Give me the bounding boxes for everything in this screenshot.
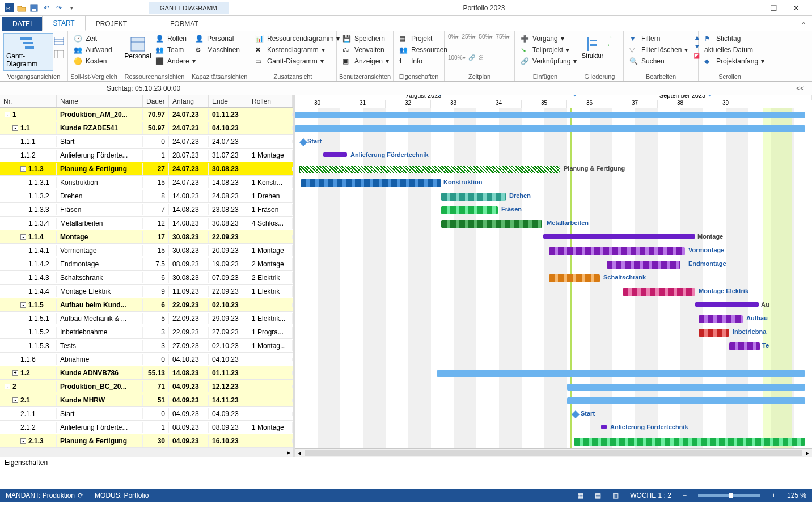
col-header-rollen[interactable]: Rollen (248, 95, 293, 107)
table-row[interactable]: 1.1.5.2Inbetriebnahme322.09.2327.09.231 … (0, 325, 293, 339)
kosten-button[interactable]: 🟡Kosten (71, 56, 115, 66)
table-row[interactable]: -1.1.3Planung & Fertigung2724.07.2330.08… (0, 162, 293, 176)
personal-big-button[interactable]: Personal (124, 33, 152, 63)
vorgang-button[interactable]: ➕Vorgang ▾ (518, 33, 579, 44)
gantt-row[interactable]: Vormontage (295, 244, 812, 258)
expand-icon[interactable]: - (12, 397, 18, 403)
gantt-row[interactable]: Planung & Fertigung (295, 163, 812, 176)
verknuepfung-button[interactable]: 🔗Verknüpfung ▾ (518, 56, 579, 66)
table-row[interactable]: 1.1.3.1Konstruktion1524.07.2314.08.231 K… (0, 176, 293, 189)
table-row[interactable]: 1.1.6Abnahme004.10.2304.10.23 (0, 353, 293, 366)
table-row[interactable]: -1Produktion_AM_20...70.9724.07.2301.11.… (0, 108, 293, 121)
close-button[interactable]: ✕ (785, 3, 807, 12)
projekt-prop-button[interactable]: ▤Projekt (397, 33, 450, 44)
zoom-in-icon[interactable]: + (772, 491, 776, 499)
expand-icon[interactable]: - (20, 166, 26, 172)
zoom-slider[interactable] (698, 494, 760, 497)
gantt-bar[interactable] (301, 179, 441, 187)
expand-icon[interactable]: - (12, 125, 18, 131)
gantt-row[interactable]: Anlieferung Fördertechnik (295, 149, 812, 163)
stichtag-button[interactable]: ⚑Stichtag (702, 33, 767, 44)
zeit-button[interactable]: 🕑Zeit (71, 33, 115, 44)
col-header-dauer[interactable]: Dauer (143, 95, 169, 107)
gantt-row[interactable] (295, 122, 812, 135)
struktur-button[interactable]: Struktur (580, 33, 606, 62)
link-icon[interactable]: 🔗 (468, 54, 475, 61)
personal-cap-button[interactable]: 👤Personal (193, 33, 242, 44)
view-icon-1[interactable]: ▦ (577, 491, 583, 499)
verwalten-button[interactable]: 🗂Verwalten (340, 45, 391, 55)
list-view-icon[interactable] (54, 50, 64, 58)
expand-icon[interactable]: - (5, 112, 10, 117)
col-header-anfang[interactable]: Anfang (169, 95, 209, 107)
gantt-bar[interactable] (574, 438, 805, 446)
view-icon-2[interactable]: ▤ (595, 491, 601, 499)
maximize-button[interactable]: ☐ (762, 3, 785, 12)
gantt-row[interactable]: Inbetriebna (295, 326, 812, 340)
maschinen-button[interactable]: ⚙Maschinen (193, 45, 242, 55)
teilprojekt-button[interactable]: ↘Teilprojekt ▾ (518, 45, 579, 55)
gantt-bar[interactable] (441, 220, 542, 228)
view-icon-3[interactable]: ▥ (612, 491, 619, 499)
gantt-row[interactable]: Te (295, 340, 812, 353)
tab-format[interactable]: FORMAT (160, 17, 209, 31)
minimize-button[interactable]: — (739, 3, 762, 12)
expand-icon[interactable]: - (20, 438, 26, 444)
qat-customize-icon[interactable]: ▾ (67, 3, 76, 12)
table-row[interactable]: 1.1.1Start024.07.2324.07.23 (0, 135, 293, 149)
unlink-icon[interactable]: ⛓ (478, 54, 484, 61)
gantt-bar[interactable] (699, 329, 729, 337)
gantt-bar[interactable] (441, 206, 498, 214)
undo-icon[interactable]: ↶ (42, 3, 51, 12)
table-row[interactable]: +1.2Kunde ADNVB78655.1314.08.2301.11.23 (0, 366, 293, 380)
expand-icon[interactable]: - (5, 384, 10, 389)
refresh-icon[interactable]: ⟳ (78, 491, 83, 499)
gantt-row[interactable]: Schaltschrank (295, 272, 812, 285)
indent-icon[interactable]: → (607, 33, 613, 40)
gantt-bar[interactable] (567, 397, 805, 404)
gantt-row[interactable]: Start (295, 135, 812, 149)
table-row[interactable]: 1.1.4.4Montage Elektrik911.09.2322.09.23… (0, 285, 293, 298)
table-row[interactable]: 2.1.2Anlieferung Förderte...108.09.2308.… (0, 421, 293, 434)
gantt-bar[interactable] (623, 288, 695, 296)
tab-projekt[interactable]: PROJEKT (86, 17, 137, 31)
table-row[interactable]: 1.1.2Anlieferung Förderte...128.07.2331.… (0, 149, 293, 162)
grid-scroll-right-icon[interactable]: ▸ (284, 448, 293, 457)
tab-start[interactable]: START (42, 16, 85, 31)
gantt-zusatz-button[interactable]: ▭Gantt-Diagramm ▾ (253, 56, 342, 66)
suchen-button[interactable]: 🔍Suchen (627, 56, 690, 66)
gantt-row[interactable]: Montage Elektrik (295, 285, 812, 299)
milestone-diamond[interactable] (572, 410, 580, 418)
zoom-out-icon[interactable]: − (683, 491, 687, 499)
table-row[interactable]: -2Produktion_BC_20...7104.09.2312.12.23 (0, 380, 293, 393)
expand-icon[interactable]: - (20, 234, 26, 240)
gantt-row[interactable]: Metallarbeiten (295, 217, 812, 231)
table-row[interactable]: 1.1.5.1Aufbau Mechanik & ...522.09.2329.… (0, 312, 293, 325)
gantt-row[interactable]: Start (295, 408, 812, 421)
gantt-row[interactable]: Konstruktion (295, 176, 812, 190)
gantt-row[interactable]: Fräsen (295, 204, 812, 217)
open-icon[interactable] (17, 3, 26, 12)
gantt-bar[interactable] (295, 125, 805, 132)
gantt-row[interactable]: Montage (295, 231, 812, 244)
tab-datei[interactable]: DATEI (2, 17, 42, 31)
info-button[interactable]: ℹInfo (397, 56, 450, 66)
ribbon-collapse-icon[interactable]: ^ (795, 18, 812, 31)
gantt-scroll-left-icon[interactable]: ◂ (295, 449, 304, 457)
col-header-nr[interactable]: Nr. (0, 95, 57, 107)
gantt-row[interactable]: Endmontage (295, 258, 812, 272)
milestone-diamond[interactable] (299, 138, 307, 146)
table-row[interactable]: 1.1.4.3Schaltschrank630.08.2307.09.232 E… (0, 271, 293, 285)
filter-loeschen-button[interactable]: ▽Filter löschen ▾ (627, 45, 690, 55)
expand-icon[interactable]: + (12, 370, 18, 376)
eigenschaften-panel-header[interactable]: Eigenschaften (0, 457, 812, 468)
grid-view-icon[interactable] (54, 37, 64, 45)
outdent-icon[interactable]: ← (607, 41, 613, 48)
expand-icon[interactable]: - (20, 302, 26, 308)
table-row[interactable]: 1.1.4.2Endmontage7.508.09.2319.09.232 Mo… (0, 257, 293, 271)
filtern-button[interactable]: ▼Filtern (627, 33, 690, 44)
table-row[interactable]: 1.1.4.1Vormontage1530.08.2320.09.231 Mon… (0, 244, 293, 257)
gantt-row[interactable] (295, 108, 812, 122)
gantt-diagramm-button[interactable]: Gantt-Diagramm (3, 33, 53, 71)
gantt-row[interactable]: Au (295, 299, 812, 312)
